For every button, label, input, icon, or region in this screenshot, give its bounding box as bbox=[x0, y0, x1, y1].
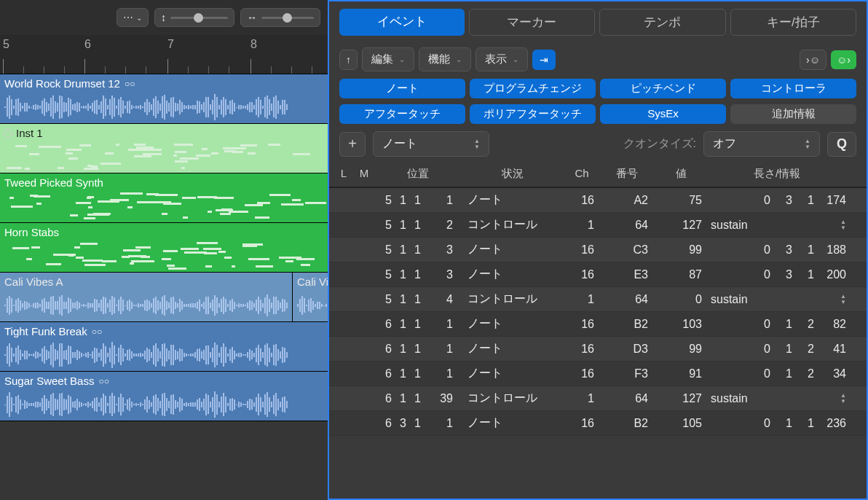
track-region[interactable]: Tweed Picked Synth bbox=[0, 173, 328, 223]
event-type-select[interactable]: ノート ▲▼ bbox=[373, 131, 489, 157]
event-position[interactable]: 61139 bbox=[374, 392, 462, 405]
filter-aftertouch[interactable]: アフタータッチ bbox=[339, 104, 465, 124]
event-row[interactable]: 6111 ノート 16 B2 103 01282 bbox=[329, 312, 867, 337]
col-ch[interactable]: Ch bbox=[564, 167, 600, 181]
event-number[interactable]: B2 bbox=[600, 417, 654, 430]
event-number[interactable]: D3 bbox=[600, 343, 654, 356]
add-event-button[interactable]: + bbox=[339, 132, 366, 157]
event-status[interactable]: ノート bbox=[462, 192, 564, 208]
event-info[interactable]: 01282 bbox=[708, 318, 846, 331]
midi-out-button[interactable]: ›☺ bbox=[800, 50, 826, 70]
col-length[interactable]: 長さ/情報 bbox=[708, 167, 846, 181]
event-info[interactable]: 031200 bbox=[708, 268, 846, 281]
tab-event[interactable]: イベント bbox=[339, 9, 465, 36]
filter-note[interactable]: ノート bbox=[339, 79, 465, 98]
event-row[interactable]: 6311 ノート 16 B2 105 011236 bbox=[329, 411, 867, 436]
event-value[interactable]: 127 bbox=[654, 219, 708, 232]
horizontal-zoom-slider[interactable]: ↔ bbox=[240, 8, 320, 27]
event-row[interactable]: 61139 コントロール 1 64 127 sustain▲▼ bbox=[329, 386, 867, 411]
event-channel[interactable]: 16 bbox=[564, 343, 600, 356]
event-value[interactable]: 99 bbox=[654, 343, 708, 356]
track-region[interactable]: Tight Funk Break ○○ bbox=[0, 322, 328, 372]
options-button[interactable]: ⋯ ⌄ bbox=[117, 8, 149, 27]
view-menu[interactable]: 表示 ⌄ bbox=[476, 47, 528, 71]
catch-playhead-button[interactable]: ⇥ bbox=[532, 50, 556, 70]
event-position[interactable]: 5114 bbox=[374, 293, 462, 306]
filter-program-change[interactable]: プログラムチェンジ bbox=[470, 79, 596, 98]
timeline-ruler[interactable]: 5 6 7 8 bbox=[0, 35, 328, 74]
event-channel[interactable]: 16 bbox=[564, 318, 600, 331]
event-position[interactable]: 6311 bbox=[374, 417, 462, 430]
event-position[interactable]: 6111 bbox=[374, 367, 462, 380]
event-channel[interactable]: 16 bbox=[564, 367, 600, 380]
event-row[interactable]: 5112 コントロール 1 64 127 sustain▲▼ bbox=[329, 213, 867, 238]
event-number[interactable]: 64 bbox=[600, 293, 654, 306]
function-menu[interactable]: 機能 ⌄ bbox=[419, 47, 471, 71]
event-status[interactable]: ノート bbox=[462, 316, 564, 332]
event-value[interactable]: 75 bbox=[654, 194, 708, 207]
event-list[interactable]: 5111 ノート 16 A2 75 031174 5112 コントロール 1 6… bbox=[329, 188, 867, 499]
event-info[interactable]: 031174 bbox=[708, 194, 846, 207]
event-row[interactable]: 5113 ノート 16 E3 87 031200 bbox=[329, 262, 867, 287]
event-value[interactable]: 87 bbox=[654, 268, 708, 281]
event-info[interactable]: sustain▲▼ bbox=[708, 392, 846, 405]
event-value[interactable]: 99 bbox=[654, 243, 708, 257]
event-info[interactable]: sustain▲▼ bbox=[708, 219, 846, 232]
edit-menu[interactable]: 編集 ⌄ bbox=[362, 47, 414, 71]
col-m[interactable]: M bbox=[354, 167, 374, 181]
event-info[interactable]: 01234 bbox=[708, 367, 846, 380]
event-number[interactable]: E3 bbox=[600, 268, 654, 281]
event-number[interactable]: B2 bbox=[600, 318, 654, 331]
event-number[interactable]: 64 bbox=[600, 219, 654, 232]
event-value[interactable]: 105 bbox=[654, 417, 708, 430]
event-row[interactable]: 5113 ノート 16 C3 99 031188 bbox=[329, 238, 867, 262]
event-status[interactable]: ノート bbox=[462, 415, 564, 431]
filter-poly-aftertouch[interactable]: ポリアフタータッチ bbox=[470, 104, 596, 124]
track-region[interactable]: Cali Vibes A bbox=[0, 273, 293, 321]
event-position[interactable]: 6111 bbox=[374, 343, 462, 356]
event-row[interactable]: 6111 ノート 16 F3 91 01234 bbox=[329, 362, 867, 386]
filter-additional-info[interactable]: 追加情報 bbox=[730, 104, 856, 124]
filter-pitch-bend[interactable]: ピッチベンド bbox=[600, 79, 726, 98]
event-channel[interactable]: 16 bbox=[564, 268, 600, 281]
event-channel[interactable]: 1 bbox=[564, 293, 600, 306]
event-position[interactable]: 5113 bbox=[374, 243, 462, 257]
event-info[interactable]: 01241 bbox=[708, 343, 846, 356]
track-region[interactable]: Cali Vibes Wah Guitar ○○ bbox=[293, 273, 328, 321]
event-value[interactable]: 103 bbox=[654, 318, 708, 331]
event-position[interactable]: 5113 bbox=[374, 268, 462, 281]
event-row[interactable]: 6111 ノート 16 D3 99 01241 bbox=[329, 337, 867, 362]
quantize-select[interactable]: オフ ▲▼ bbox=[703, 131, 820, 157]
col-status[interactable]: 状況 bbox=[462, 167, 564, 181]
event-number[interactable]: A2 bbox=[600, 194, 654, 207]
event-value[interactable]: 127 bbox=[654, 392, 708, 405]
tab-key-signature[interactable]: キー/拍子 bbox=[730, 9, 857, 36]
track-region[interactable]: Inst 1 bbox=[0, 124, 328, 173]
col-number[interactable]: 番号 bbox=[600, 167, 654, 181]
col-value[interactable]: 値 bbox=[654, 167, 708, 181]
midi-in-button[interactable]: ☺› bbox=[831, 50, 856, 69]
event-value[interactable]: 0 bbox=[654, 293, 708, 306]
tab-tempo[interactable]: テンポ bbox=[599, 9, 726, 36]
event-info[interactable]: 031188 bbox=[708, 243, 846, 257]
event-row[interactable]: 5114 コントロール 1 64 0 sustain▲▼ bbox=[329, 287, 867, 312]
event-status[interactable]: ノート bbox=[462, 267, 564, 282]
up-arrow-button[interactable]: ↑ bbox=[339, 50, 358, 70]
event-channel[interactable]: 16 bbox=[564, 417, 600, 430]
event-channel[interactable]: 1 bbox=[564, 392, 600, 405]
col-l[interactable]: L bbox=[334, 167, 354, 181]
event-number[interactable]: F3 bbox=[600, 367, 654, 380]
event-channel[interactable]: 1 bbox=[564, 219, 600, 232]
quantize-button[interactable]: Q bbox=[827, 132, 856, 157]
event-number[interactable]: 64 bbox=[600, 392, 654, 405]
event-status[interactable]: ノート bbox=[462, 366, 564, 381]
event-info[interactable]: 011236 bbox=[708, 417, 846, 430]
col-position[interactable]: 位置 bbox=[374, 167, 462, 181]
event-position[interactable]: 5111 bbox=[374, 194, 462, 207]
event-channel[interactable]: 16 bbox=[564, 194, 600, 207]
event-channel[interactable]: 16 bbox=[564, 243, 600, 257]
vertical-zoom-slider[interactable]: ↕ bbox=[154, 8, 234, 27]
event-row[interactable]: 5111 ノート 16 A2 75 031174 bbox=[329, 188, 867, 213]
event-status[interactable]: コントロール bbox=[462, 391, 564, 406]
event-status[interactable]: ノート bbox=[462, 341, 564, 356]
